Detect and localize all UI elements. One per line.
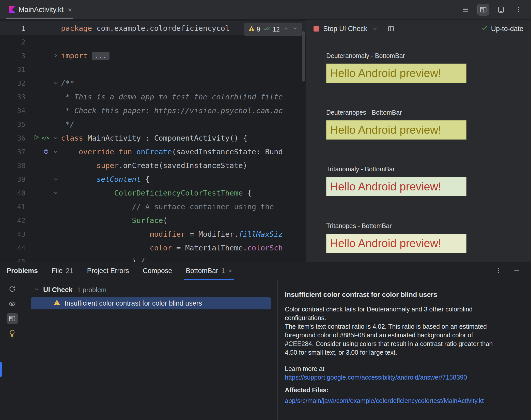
code-editor[interactable]: 1package com.example.colordeficiencycol2… xyxy=(0,20,306,262)
code-line[interactable]: 38 super.onCreate(savedInstanceState) xyxy=(0,159,306,172)
passed-indicator[interactable]: 12 xyxy=(263,25,280,33)
problem-item-label: Insufficient color contrast for color bl… xyxy=(65,299,202,307)
tab-project-errors[interactable]: Project Errors xyxy=(87,262,129,280)
split-preview-icon[interactable] xyxy=(478,4,489,15)
line-number: 33 xyxy=(0,93,25,101)
preview-rendering[interactable]: Hello Android preview! xyxy=(326,234,466,253)
preview-eye-icon[interactable] xyxy=(7,298,18,309)
preview-block: Deuteranomaly - BottomBarHello Android p… xyxy=(326,52,531,83)
line-number: 44 xyxy=(0,244,25,252)
open-details-panel-icon[interactable] xyxy=(7,313,18,324)
problem-description: Color contrast check fails for Deuterano… xyxy=(285,305,523,357)
group-info: 1 problem xyxy=(77,286,107,294)
affected-file-link[interactable]: app/src/main/java/com/example/colordefic… xyxy=(285,396,523,405)
bottom-tabs: ProblemsFile21Project ErrorsComposeBotto… xyxy=(7,262,232,280)
tab-label: File xyxy=(52,267,63,275)
code-text: modifier = Modifier.fillMaxSiz xyxy=(61,230,283,238)
line-number: 34 xyxy=(0,107,25,115)
preview-label: Deuteranopes - BottomBar xyxy=(326,109,531,116)
fold-toggle-icon[interactable] xyxy=(50,148,61,155)
learn-more-link[interactable]: https://support.google.com/accessibility… xyxy=(285,374,467,381)
fold-toggle-icon[interactable] xyxy=(50,80,61,86)
tool-window-actions xyxy=(495,267,524,275)
tab-close-icon[interactable]: × xyxy=(229,267,232,275)
code-line[interactable]: 32/** xyxy=(0,76,306,90)
layout-mode-icon[interactable] xyxy=(387,25,395,32)
tab-label: Compose xyxy=(143,267,172,275)
tab-label: Project Errors xyxy=(87,267,129,275)
fold-toggle-icon[interactable] xyxy=(50,52,61,59)
code-line[interactable]: 41 // A surface container using the xyxy=(0,200,306,214)
code-text: super.onCreate(savedInstanceState) xyxy=(61,161,247,170)
compose-code-icon[interactable]: </> xyxy=(41,136,49,141)
gutter-icons[interactable] xyxy=(25,147,50,156)
preview-rendering[interactable]: Hello Android preview! xyxy=(326,177,466,196)
preview-rendering[interactable]: Hello Android preview! xyxy=(326,64,466,83)
quick-fix-bulb-icon[interactable] xyxy=(7,328,18,339)
problems-toolbar xyxy=(0,280,24,420)
warnings-indicator[interactable]: 9 xyxy=(248,26,260,33)
code-line[interactable]: 35 */ xyxy=(0,117,306,131)
code-text: class MainActivity : ComponentActivity()… xyxy=(61,134,247,142)
menu-icon[interactable] xyxy=(460,4,471,15)
minimize-icon[interactable] xyxy=(513,267,520,275)
tool-window-options-icon[interactable] xyxy=(495,267,502,275)
tab-compose[interactable]: Compose xyxy=(143,262,172,280)
code-line[interactable]: 45 ) { xyxy=(0,255,306,262)
tab-count: 21 xyxy=(66,267,73,275)
line-number: 45 xyxy=(0,258,25,262)
code-text: */ xyxy=(61,120,74,129)
stop-dropdown-icon[interactable] xyxy=(372,26,378,32)
preview-rendering[interactable]: Hello Android preview! xyxy=(326,120,466,140)
tab-close-icon[interactable]: × xyxy=(68,6,72,13)
line-number: 1 xyxy=(0,24,25,32)
build-status-label: Up-to-date xyxy=(491,25,523,33)
stop-icon xyxy=(314,26,319,32)
chevron-down-icon[interactable] xyxy=(34,286,40,293)
refresh-icon[interactable] xyxy=(7,283,18,295)
fold-toggle-icon[interactable] xyxy=(50,176,61,183)
passed-count: 12 xyxy=(273,26,280,33)
warning-count: 9 xyxy=(257,26,260,33)
header-actions xyxy=(460,4,531,15)
code-text: // A surface container using the xyxy=(61,202,274,211)
ui-check-panel: Stop UI Check Up-to-date Deuteranomaly -… xyxy=(306,20,531,262)
editor-tab-mainactivity[interactable]: MainActivity.kt × xyxy=(0,0,77,19)
code-line[interactable]: 36</>class MainActivity : ComponentActiv… xyxy=(0,131,306,145)
code-line[interactable]: 2 xyxy=(0,35,306,49)
code-line[interactable]: 37 override fun onCreate(savedInstanceSt… xyxy=(0,145,306,159)
tab-bottombar[interactable]: BottomBar1× xyxy=(186,262,232,280)
code-line[interactable]: 31 xyxy=(0,63,306,76)
tab-problems[interactable]: Problems xyxy=(7,262,38,280)
problem-item-selected[interactable]: Insufficient color contrast for color bl… xyxy=(31,297,271,309)
stop-ui-check-button[interactable]: Stop UI Check xyxy=(323,25,367,33)
run-gutter-icon[interactable] xyxy=(33,134,40,142)
code-line[interactable]: 39 setContent { xyxy=(0,172,306,186)
code-text: * Check this paper: https://vision.psych… xyxy=(61,106,283,115)
line-number: 38 xyxy=(0,162,25,170)
more-options-icon[interactable] xyxy=(513,4,524,15)
code-line[interactable]: 43 modifier = Modifier.fillMaxSiz xyxy=(0,227,306,241)
next-problem-icon[interactable] xyxy=(292,25,298,33)
code-text: ) { xyxy=(61,257,145,262)
code-line[interactable]: 40 ColorDeficiencyColorTestTheme { xyxy=(0,186,306,200)
tab-file[interactable]: File21 xyxy=(52,262,73,280)
code-line[interactable]: 34 * Check this paper: https://vision.ps… xyxy=(0,104,306,117)
gutter-icons[interactable]: </> xyxy=(25,134,50,142)
fold-toggle-icon[interactable] xyxy=(50,135,61,141)
fold-toggle-icon[interactable] xyxy=(50,190,61,196)
previous-problem-icon[interactable] xyxy=(283,25,289,33)
preview-list: Deuteranomaly - BottomBarHello Android p… xyxy=(306,38,531,262)
code-line[interactable]: 44 color = MaterialTheme.colorSch xyxy=(0,241,306,255)
code-line[interactable]: 3import ... xyxy=(0,49,306,63)
override-gutter-icon[interactable] xyxy=(43,147,49,156)
editor-scrollbar[interactable] xyxy=(302,31,305,82)
inspections-widget[interactable]: 9 12 xyxy=(244,23,302,36)
code-line[interactable]: 42 Surface( xyxy=(0,214,306,227)
code-line[interactable]: 33 * This is a demo app to test the colo… xyxy=(0,90,306,104)
line-number: 31 xyxy=(0,66,25,73)
device-preview-icon[interactable] xyxy=(495,4,507,15)
code-text: ColorDeficiencyColorTestTheme { xyxy=(61,189,252,197)
line-number: 37 xyxy=(0,148,25,156)
ui-check-group-row[interactable]: UI Check 1 problem xyxy=(24,284,277,296)
